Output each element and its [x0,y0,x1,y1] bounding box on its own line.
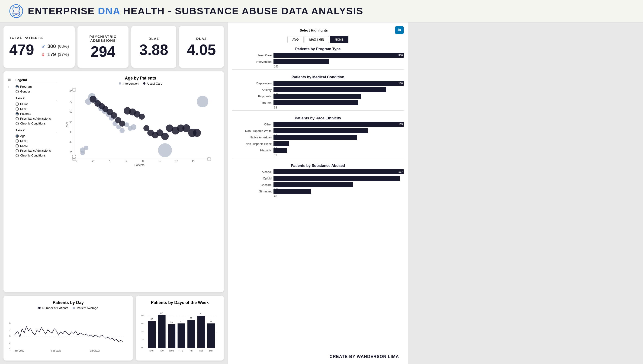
axis-y-psychiatric[interactable]: Psychiatric Admissions [16,149,57,152]
svg-text:Jan 2022: Jan 2022 [15,350,24,352]
patients-by-week-panel: Patients by Days of the Week 0 20 40 60 … [136,296,224,360]
medical-condition-title: Patients by Medical Condition [232,75,404,79]
axis-x-psychiatric[interactable]: Psychiatric Admissions [16,117,57,120]
medical-condition-section: Patients by Medical Condition Depression… [232,73,404,107]
svg-point-56 [139,114,145,120]
axis-x-dla1[interactable]: DLA1 [16,107,57,110]
main-layout: TOTAL PATIENTS 479 ♂ 300 (63%) ♀ 179 (37… [0,22,643,364]
condition-depression-row: Depression 150 [232,81,404,86]
svg-text:6: 6 [126,160,127,162]
collapse-icon[interactable]: ⟨ [8,85,11,88]
race-hispanic-row: Hispanic 19 [232,148,404,153]
svg-text:12: 12 [175,160,178,162]
axis-x-section: Axis X DLA2 DLA1 Patients [16,96,57,125]
race-nhw-row: Non Hispanic White 134 [232,128,404,133]
svg-text:20: 20 [142,338,144,340]
radio-y-dla2[interactable] [16,144,19,148]
svg-text:30: 30 [69,140,72,143]
svg-text:Tue: Tue [160,350,164,352]
race-other-bar-container: 185 [274,122,404,127]
admissions-card: PSYCHIATRIC ADMISSIONS 294 [78,26,129,68]
svg-text:Feb 2022: Feb 2022 [51,350,61,352]
radio-program[interactable] [16,85,19,88]
dla2-label: DLA2 [196,37,207,40]
race-ethnicity-section: Patients by Race Ethnicity Other 185 Non… [232,114,404,154]
svg-rect-105 [207,324,215,348]
axis-y-section: Axis Y Age DLA1 DLA2 [16,128,57,157]
svg-text:60: 60 [142,322,144,324]
right-panel: Select Highlights in AVG MAX | MIN NONE … [227,22,408,364]
svg-text:2: 2 [92,160,94,162]
axis-y-dla1[interactable]: DLA1 [16,139,57,142]
radio-x-psychiatric[interactable] [16,117,19,120]
axis-x-chronic[interactable]: Chronic Conditions [16,122,57,125]
legend-program[interactable]: Program [16,85,57,88]
program-intervention-bar [274,59,329,64]
substance-stimulant-label: Stimulant [232,190,272,193]
axis-y-dla2[interactable]: DLA2 [16,144,57,148]
substance-cocaine-label: Cocaine [232,183,272,187]
program-intervention-label: Intervention [232,60,272,64]
svg-text:Mar 2022: Mar 2022 [90,350,100,352]
hamburger-menu-icon[interactable]: ≡ [8,77,11,82]
radio-x-dla1[interactable] [16,107,19,110]
svg-text:14: 14 [192,160,194,162]
program-usual-care-bar: 336 [274,53,404,58]
radio-x-dla2[interactable] [16,102,19,106]
svg-text:Fri: Fri [190,350,193,352]
svg-rect-90 [158,315,166,348]
substance-opioid-bar-container: 162 [274,176,404,181]
svg-point-23 [207,157,211,161]
condition-trauma-label: Trauma [232,101,272,104]
male-count-row: ♂ 300 (63%) [41,43,69,50]
radio-y-dla1[interactable] [16,139,19,142]
legend-gender[interactable]: Gender [16,90,57,93]
substance-stimulant-bar [274,189,311,194]
highlights-none-btn[interactable]: NONE [330,36,348,43]
substance-abused-section: Patients by Substance Abused Alcohol 167… [232,162,404,195]
radio-y-psychiatric[interactable] [16,149,19,152]
highlights-title: Select Highlights [232,28,395,32]
race-nhw-bar-container: 134 [274,128,404,133]
race-native-row: Native American 119 [232,135,404,140]
race-other-row: Other 185 [232,122,404,127]
highlights-maxmin-btn[interactable]: MAX | MIN [305,36,329,43]
race-hispanic-bar-container: 19 [274,148,404,153]
race-other-label: Other [232,123,272,126]
scatter-legend: Legend Program Gender Axis X DLA2 [13,76,60,288]
svg-text:5: 5 [9,335,11,338]
radio-y-age[interactable] [16,134,19,138]
race-hispanic-bar [274,148,287,153]
substance-stimulant-bar-container: 48 [274,189,404,194]
highlights-avg-btn[interactable]: AVG [287,36,303,43]
axis-x-patients[interactable]: Patients [16,112,57,116]
svg-point-57 [143,125,149,131]
axis-x-dla2[interactable]: DLA2 [16,102,57,106]
legend-title: Legend [16,78,57,83]
dna-logo-icon [9,4,23,18]
race-nhb-bar [274,141,289,146]
radio-y-chronic[interactable] [16,154,19,157]
svg-rect-93 [168,324,175,348]
radio-x-patients[interactable] [16,112,19,116]
svg-text:40: 40 [69,130,72,133]
axis-y-age[interactable]: Age [16,134,57,138]
linkedin-icon[interactable]: in [395,26,404,34]
radio-x-chronic[interactable] [16,122,19,125]
radio-gender[interactable] [16,90,19,93]
svg-text:59: 59 [170,321,173,324]
substance-cocaine-row: Cocaine 102 [232,182,404,187]
svg-rect-99 [187,320,195,348]
race-other-bar: 185 [274,122,404,127]
highlights-section: Select Highlights in AVG MAX | MIN NONE [232,26,404,43]
axis-y-chronic[interactable]: Chronic Conditions [16,154,57,157]
svg-text:80: 80 [200,312,202,315]
svg-point-68 [197,96,208,107]
svg-point-40 [120,128,125,133]
substance-alcohol-bar: 167 [274,169,404,174]
substance-alcohol-row: Alcohol 167 [232,169,404,174]
scatter-chart-area: Age by Patients Intervention Usual Care [62,76,219,288]
page-title: ENTERPRISE DNA HEALTH - SUBSTANCE ABUSE … [28,6,363,17]
scatter-svg: 80 70 60 50 40 30 20 Age 0 2 4 6 [62,88,219,166]
condition-trauma-row: Trauma 98 [232,100,404,105]
